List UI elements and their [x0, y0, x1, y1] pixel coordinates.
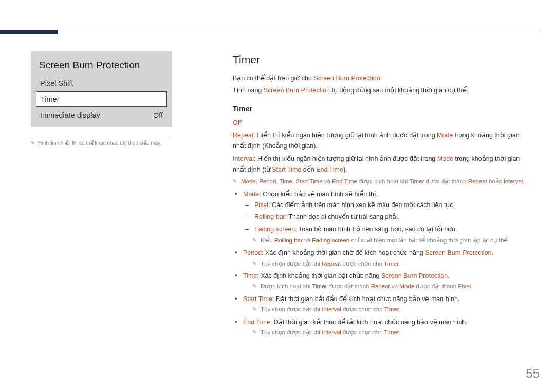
- interval-line: Interval: Hiển thị kiểu ngăn hiện tượng …: [233, 154, 531, 176]
- section-heading-timer: Timer: [233, 50, 531, 69]
- pencil-icon: ✎: [233, 177, 238, 185]
- note-activation: ✎ Mode, Period, Time, Start Time và End …: [233, 177, 531, 187]
- note-time: ✎ Được kích hoạt khi Timer được đặt thàn…: [243, 282, 531, 292]
- mode-sublist: Pixel: Các điểm ảnh trên màn hình xen kẽ…: [243, 200, 531, 235]
- pencil-icon: ✎: [252, 328, 257, 337]
- intro-line-2: Tính năng Screen Burn Protection tự động…: [233, 85, 531, 96]
- note-start-time: ✎ Tùy chọn được bật khi Interval được ch…: [243, 305, 531, 315]
- dash-rolling-bar: Rolling bar: Thanh dọc di chuyển từ trái…: [252, 212, 531, 222]
- note-rolling-fading: ✎ Kiểu Rolling bar và Fading screen chỉ …: [243, 236, 531, 246]
- dash-pixel: Pixel: Các điểm ảnh trên màn hình xen kẽ…: [252, 200, 531, 211]
- menu-item-label: Pixel Shift: [40, 79, 73, 87]
- pencil-icon: ✎: [252, 282, 257, 290]
- menu-item-label: Timer: [41, 95, 60, 103]
- pencil-icon: ✎: [252, 259, 257, 268]
- note-period: ✎ Tùy chọn được bật khi Repeat được chọn…: [243, 259, 531, 269]
- osd-menu-panel: Screen Burn Protection Pixel Shift Timer…: [31, 51, 172, 127]
- repeat-line: Repeat: Hiển thị kiểu ngăn hiện tượng gi…: [233, 130, 531, 152]
- subheading-timer: Timer: [233, 103, 531, 116]
- menu-item-value: Off: [153, 111, 163, 119]
- dash-fading-screen: Fading screen: Toàn bộ màn hình trở nên …: [252, 224, 531, 235]
- left-column: Screen Burn Protection Pixel Shift Timer…: [31, 51, 172, 146]
- pencil-icon: ✎: [31, 140, 36, 146]
- top-horizontal-rule: [58, 32, 542, 32]
- osd-menu-title: Screen Burn Protection: [36, 58, 167, 76]
- left-footnote: ✎Hình ảnh hiển thị có thể khác nhau tùy …: [31, 140, 172, 146]
- off-label: Off: [233, 118, 531, 128]
- right-column: Timer Bạn có thể đặt hẹn giờ cho Screen …: [233, 50, 531, 340]
- bullet-period: Period: Xác định khoảng thời gian chờ để…: [241, 248, 531, 269]
- bullet-start-time: Start Time: Đặt thời gian bắt đầu để kíc…: [241, 294, 531, 315]
- osd-menu-item-timer[interactable]: Timer: [36, 91, 167, 107]
- bullet-mode: Mode: Chọn kiểu bảo vệ màn hình sẽ hiển …: [241, 189, 531, 246]
- osd-menu-item-immediate-display[interactable]: Immediate display Off: [36, 108, 167, 122]
- options-list: Mode: Chọn kiểu bảo vệ màn hình sẽ hiển …: [233, 189, 531, 338]
- pencil-icon: ✎: [252, 236, 257, 245]
- bullet-end-time: End Time: Đặt thời gian kết thúc để tắt …: [241, 317, 531, 338]
- page-number: 55: [526, 366, 540, 381]
- left-divider: [31, 137, 172, 137]
- note-end-time: ✎ Tùy chọn được bật khi Interval được ch…: [243, 328, 531, 338]
- bullet-time: Time: Xác định khoảng thời gian bật chức…: [241, 271, 531, 292]
- intro-line-1: Bạn có thể đặt hẹn giờ cho Screen Burn P…: [233, 73, 531, 84]
- menu-item-label: Immediate display: [40, 111, 100, 119]
- osd-menu-item-pixel-shift[interactable]: Pixel Shift: [36, 76, 167, 90]
- pencil-icon: ✎: [252, 305, 257, 313]
- tab-accent-bar: [0, 30, 58, 34]
